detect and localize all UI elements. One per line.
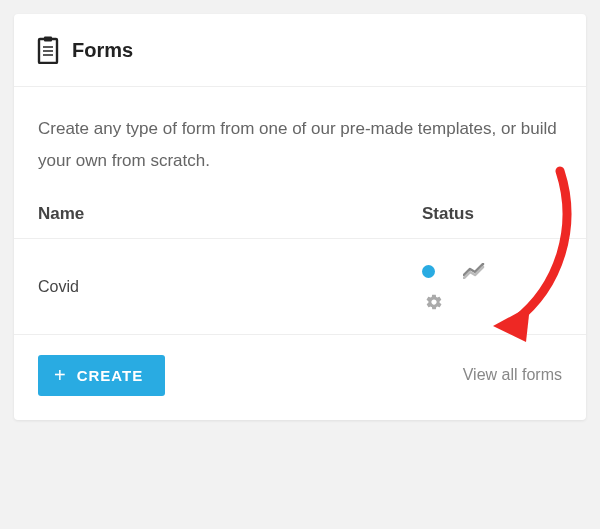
create-button[interactable]: + CREATE	[38, 355, 165, 396]
row-name: Covid	[38, 278, 422, 296]
column-name: Name	[38, 204, 422, 224]
status-dot-icon	[422, 265, 435, 278]
chart-icon[interactable]	[463, 263, 485, 279]
clipboard-icon	[36, 36, 60, 64]
plus-icon: +	[54, 368, 67, 383]
table-row[interactable]: Covid	[14, 239, 586, 335]
row-status-line	[422, 263, 485, 279]
gear-icon[interactable]	[425, 293, 443, 311]
svg-rect-1	[44, 37, 52, 42]
intro-text: Create any type of form from one of our …	[14, 87, 586, 204]
view-all-link[interactable]: View all forms	[463, 366, 562, 384]
card-footer: + CREATE View all forms	[14, 335, 586, 420]
forms-table: Name Status Covid	[14, 204, 586, 335]
forms-card: Forms Create any type of form from one o…	[14, 14, 586, 420]
column-status: Status	[422, 204, 562, 224]
card-title: Forms	[72, 39, 133, 62]
create-button-label: CREATE	[77, 367, 144, 384]
card-header: Forms	[14, 14, 586, 87]
table-header: Name Status	[14, 204, 586, 239]
row-status-cell	[422, 263, 562, 311]
